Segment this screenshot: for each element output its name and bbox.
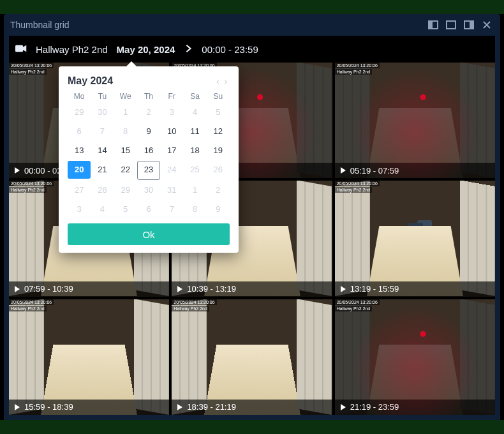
calendar-day: 9 — [207, 200, 230, 218]
thumbnail-range: 18:39 - 21:19 — [187, 402, 236, 412]
calendar-day: 3 — [68, 200, 91, 218]
calendar-day: 7 — [160, 200, 183, 218]
svg-rect-4 — [470, 21, 473, 29]
calendar-day: 8 — [183, 200, 206, 218]
content: Hallway Ph2 2nd May 20, 2024 00:00 - 23:… — [9, 36, 495, 415]
calendar-day: 25 — [183, 161, 206, 179]
calendar-days: 2930123456789101112131415161718192021222… — [68, 103, 230, 218]
toolbar: Hallway Ph2 2nd May 20, 2024 00:00 - 23:… — [9, 36, 495, 63]
calendar-next-icon[interactable]: › — [222, 77, 230, 86]
calendar-day[interactable]: 10 — [160, 123, 183, 140]
calendar-day: 2 — [207, 181, 230, 199]
layout-right-icon[interactable] — [462, 18, 476, 32]
camera-name[interactable]: Hallway Ph2 2nd — [36, 44, 108, 55]
calendar-day: 24 — [160, 161, 183, 179]
overlay-camera: Hallway Ph2 2nd — [9, 69, 47, 75]
time-range[interactable]: 00:00 - 23:59 — [202, 44, 258, 55]
calendar-dow-row: MoTuWeThFrSaSu — [68, 92, 230, 101]
calendar-day: 5 — [207, 103, 230, 121]
calendar-dow: Th — [137, 92, 160, 101]
svg-rect-1 — [429, 21, 432, 29]
play-icon — [14, 404, 20, 410]
play-icon — [340, 286, 346, 292]
calendar-month[interactable]: May 2024 — [68, 75, 214, 87]
overlay-timestamp: 20/05/2024 13:20:06 — [335, 181, 380, 186]
chevron-right-icon[interactable] — [184, 44, 193, 55]
calendar-day: 7 — [91, 123, 114, 140]
thumbnail-range: 07:59 - 10:39 — [24, 284, 73, 294]
calendar-day: 29 — [68, 103, 91, 121]
thumbnail-bar: 05:19 - 07:59 — [335, 163, 495, 178]
overlay-camera: Hallway Ph2 2nd — [335, 306, 373, 311]
calendar-day[interactable]: 11 — [183, 123, 206, 140]
thumbnail-bar: 10:39 - 13:19 — [172, 281, 332, 297]
thumbnail-range: 05:19 - 07:59 — [350, 166, 399, 176]
calendar-dow: We — [114, 92, 137, 101]
calendar-dow: Su — [207, 92, 230, 101]
layout-full-icon[interactable] — [444, 18, 458, 32]
calendar-day: 4 — [183, 103, 206, 121]
calendar-day[interactable]: 12 — [207, 123, 230, 140]
thumbnail-cell[interactable]: 20/05/2024 13:20:06Hallway Ph2 2nd05:19 … — [335, 63, 495, 178]
calendar-day[interactable]: 23 — [137, 161, 160, 180]
calendar-day[interactable]: 15 — [114, 142, 137, 160]
calendar-day[interactable]: 16 — [137, 142, 160, 160]
overlay-camera: Hallway Ph2 2nd — [172, 306, 209, 311]
play-icon — [14, 167, 20, 174]
calendar-day[interactable]: 14 — [91, 142, 114, 160]
calendar-day[interactable]: 9 — [137, 123, 160, 140]
calendar-popover: May 2024 ‹ › MoTuWeThFrSaSu 293012345678… — [59, 66, 239, 253]
calendar-dow: Tu — [91, 92, 114, 101]
calendar-day[interactable]: 13 — [68, 142, 91, 160]
overlay-camera: Hallway Ph2 2nd — [335, 69, 373, 75]
calendar-day: 1 — [114, 103, 137, 121]
play-icon — [14, 286, 20, 292]
calendar-day: 2 — [137, 103, 160, 121]
overlay-timestamp: 20/05/2024 13:20:06 — [172, 299, 216, 305]
calendar-day[interactable]: 20 — [68, 161, 91, 179]
play-icon — [340, 404, 346, 410]
overlay-camera: Hallway Ph2 2nd — [9, 306, 47, 311]
layout-left-icon[interactable] — [426, 18, 440, 32]
calendar-day: 26 — [207, 161, 230, 179]
close-icon[interactable] — [480, 18, 494, 32]
calendar-day: 28 — [91, 181, 114, 199]
thumbnail-bar: 13:19 - 15:59 — [335, 281, 495, 297]
calendar-day: 1 — [183, 181, 206, 199]
calendar-day[interactable]: 19 — [207, 142, 230, 160]
calendar-day[interactable]: 17 — [160, 142, 183, 160]
calendar-ok-button[interactable]: Ok — [68, 223, 230, 245]
calendar-day[interactable]: 21 — [91, 161, 114, 179]
overlay-camera: Hallway Ph2 2nd — [335, 187, 373, 193]
thumbnail-range: 13:19 - 15:59 — [350, 284, 399, 294]
svg-rect-2 — [447, 21, 456, 29]
thumbnail-cell[interactable]: 20/05/2024 13:20:06Hallway Ph2 2nd13:19 … — [335, 181, 495, 296]
calendar-day: 31 — [160, 181, 183, 199]
calendar-day: 6 — [68, 123, 91, 140]
calendar-dow: Fr — [160, 92, 183, 101]
date-label[interactable]: May 20, 2024 — [117, 44, 175, 55]
overlay-timestamp: 20/05/2024 13:20:06 — [9, 63, 54, 68]
outer-strip-bottom — [0, 420, 504, 434]
calendar-day: 4 — [91, 200, 114, 218]
calendar-day: 8 — [114, 123, 137, 140]
thumbnail-cell[interactable]: 20/05/2024 13:20:06Hallway Ph2 2nd21:19 … — [335, 299, 495, 415]
titlebar: Thumbnail grid — [4, 14, 500, 36]
thumbnail-cell[interactable]: 20/05/2024 13:20:06Hallway Ph2 2nd18:39 … — [172, 299, 332, 415]
calendar-day: 27 — [68, 181, 91, 199]
calendar-day: 30 — [91, 103, 114, 121]
overlay-timestamp: 20/05/2024 13:20:06 — [335, 299, 380, 305]
calendar-dow: Mo — [68, 92, 91, 101]
overlay-timestamp: 20/05/2024 13:20:06 — [9, 181, 54, 186]
calendar-prev-icon[interactable]: ‹ — [214, 77, 221, 86]
calendar-day[interactable]: 18 — [183, 142, 206, 160]
thumbnail-bar: 07:59 - 10:39 — [9, 281, 169, 297]
calendar-day: 6 — [137, 200, 160, 218]
calendar-dow: Sa — [183, 92, 206, 101]
thumbnail-cell[interactable]: 20/05/2024 13:20:06Hallway Ph2 2nd15:59 … — [9, 299, 169, 415]
calendar-day[interactable]: 22 — [114, 161, 137, 179]
camera-icon — [15, 44, 27, 55]
overlay-timestamp: 20/05/2024 13:20:06 — [9, 299, 54, 305]
window: Thumbnail grid Hallway Ph2 2nd May 20, 2… — [4, 14, 500, 420]
window-title: Thumbnail grid — [10, 20, 422, 30]
